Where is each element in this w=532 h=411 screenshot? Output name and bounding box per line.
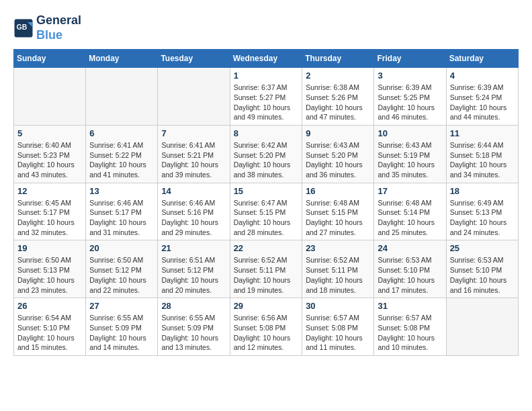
day-number: 22 (234, 243, 299, 253)
calendar-cell: 1 Sunrise: 6:37 AM Sunset: 5:27 PM Dayli… (230, 68, 302, 126)
weekday-header-row: SundayMondayTuesdayWednesdayThursdayFrid… (14, 50, 519, 68)
day-number: 23 (306, 243, 370, 253)
page-header: GB General Blue (13, 13, 519, 42)
day-info: Sunrise: 6:57 AM Sunset: 5:08 PM Dayligh… (306, 313, 370, 353)
day-number: 31 (378, 301, 442, 311)
day-info: Sunrise: 6:48 AM Sunset: 5:14 PM Dayligh… (378, 198, 442, 238)
calendar-cell: 29 Sunrise: 6:56 AM Sunset: 5:08 PM Dayl… (230, 298, 302, 356)
day-info: Sunrise: 6:49 AM Sunset: 5:13 PM Dayligh… (450, 198, 515, 238)
calendar-cell: 31 Sunrise: 6:57 AM Sunset: 5:08 PM Dayl… (374, 298, 446, 356)
day-number: 26 (17, 301, 82, 311)
day-info: Sunrise: 6:39 AM Sunset: 5:24 PM Dayligh… (450, 83, 515, 122)
svg-text:GB: GB (17, 22, 28, 30)
day-info: Sunrise: 6:54 AM Sunset: 5:10 PM Dayligh… (17, 313, 82, 353)
calendar-cell: 13 Sunrise: 6:46 AM Sunset: 5:17 PM Dayl… (86, 183, 158, 240)
day-info: Sunrise: 6:38 AM Sunset: 5:26 PM Dayligh… (306, 83, 370, 122)
day-number: 18 (450, 186, 515, 196)
day-number: 24 (378, 243, 442, 253)
day-info: Sunrise: 6:46 AM Sunset: 5:16 PM Dayligh… (161, 198, 226, 238)
day-info: Sunrise: 6:48 AM Sunset: 5:15 PM Dayligh… (306, 198, 370, 238)
day-info: Sunrise: 6:55 AM Sunset: 5:09 PM Dayligh… (161, 313, 226, 353)
day-number: 27 (89, 301, 154, 311)
day-number: 7 (161, 128, 226, 138)
day-number: 8 (234, 128, 299, 138)
day-info: Sunrise: 6:52 AM Sunset: 5:11 PM Dayligh… (306, 255, 370, 295)
day-number: 29 (234, 301, 299, 311)
calendar-cell: 24 Sunrise: 6:53 AM Sunset: 5:10 PM Dayl… (374, 240, 446, 298)
weekday-header-monday: Monday (86, 50, 158, 68)
calendar-cell: 10 Sunrise: 6:43 AM Sunset: 5:19 PM Dayl… (374, 125, 446, 183)
calendar-cell: 26 Sunrise: 6:54 AM Sunset: 5:10 PM Dayl… (14, 298, 86, 356)
calendar-cell (158, 68, 230, 126)
calendar-cell (14, 68, 86, 126)
day-number: 1 (234, 71, 299, 81)
day-info: Sunrise: 6:55 AM Sunset: 5:09 PM Dayligh… (89, 313, 154, 353)
calendar-cell: 28 Sunrise: 6:55 AM Sunset: 5:09 PM Dayl… (158, 298, 230, 356)
calendar-cell: 6 Sunrise: 6:41 AM Sunset: 5:22 PM Dayli… (86, 125, 158, 183)
calendar-cell: 23 Sunrise: 6:52 AM Sunset: 5:11 PM Dayl… (302, 240, 374, 298)
weekday-header-wednesday: Wednesday (230, 50, 302, 68)
calendar-cell: 30 Sunrise: 6:57 AM Sunset: 5:08 PM Dayl… (302, 298, 374, 356)
day-number: 15 (234, 186, 299, 196)
calendar-cell: 17 Sunrise: 6:48 AM Sunset: 5:14 PM Dayl… (374, 183, 446, 240)
calendar-cell: 11 Sunrise: 6:44 AM Sunset: 5:18 PM Dayl… (446, 125, 518, 183)
day-number: 10 (378, 128, 442, 138)
day-info: Sunrise: 6:42 AM Sunset: 5:20 PM Dayligh… (234, 140, 299, 180)
day-info: Sunrise: 6:47 AM Sunset: 5:15 PM Dayligh… (234, 198, 299, 238)
day-info: Sunrise: 6:53 AM Sunset: 5:10 PM Dayligh… (450, 255, 515, 295)
calendar-cell: 18 Sunrise: 6:49 AM Sunset: 5:13 PM Dayl… (446, 183, 518, 240)
calendar-cell: 7 Sunrise: 6:41 AM Sunset: 5:21 PM Dayli… (158, 125, 230, 183)
logo-line2: Blue (36, 28, 62, 42)
day-number: 30 (306, 301, 370, 311)
calendar-cell: 14 Sunrise: 6:46 AM Sunset: 5:16 PM Dayl… (158, 183, 230, 240)
day-number: 28 (161, 301, 226, 311)
day-number: 3 (378, 71, 442, 81)
day-number: 14 (161, 186, 226, 196)
logo-icon: GB (13, 18, 34, 38)
day-info: Sunrise: 6:53 AM Sunset: 5:10 PM Dayligh… (378, 255, 442, 295)
calendar-cell: 20 Sunrise: 6:50 AM Sunset: 5:12 PM Dayl… (86, 240, 158, 298)
calendar-cell: 22 Sunrise: 6:52 AM Sunset: 5:11 PM Dayl… (230, 240, 302, 298)
week-row-4: 19 Sunrise: 6:50 AM Sunset: 5:13 PM Dayl… (14, 240, 519, 298)
weekday-header-tuesday: Tuesday (158, 50, 230, 68)
day-info: Sunrise: 6:52 AM Sunset: 5:11 PM Dayligh… (234, 255, 299, 295)
day-number: 25 (450, 243, 515, 253)
day-number: 17 (378, 186, 442, 196)
calendar-cell: 19 Sunrise: 6:50 AM Sunset: 5:13 PM Dayl… (14, 240, 86, 298)
day-info: Sunrise: 6:43 AM Sunset: 5:19 PM Dayligh… (378, 140, 442, 180)
calendar-cell: 2 Sunrise: 6:38 AM Sunset: 5:26 PM Dayli… (302, 68, 374, 126)
calendar-cell: 5 Sunrise: 6:40 AM Sunset: 5:23 PM Dayli… (14, 125, 86, 183)
day-info: Sunrise: 6:51 AM Sunset: 5:12 PM Dayligh… (161, 255, 226, 295)
day-info: Sunrise: 6:41 AM Sunset: 5:21 PM Dayligh… (161, 140, 226, 180)
day-number: 21 (161, 243, 226, 253)
logo: GB General Blue (13, 13, 81, 42)
day-info: Sunrise: 6:46 AM Sunset: 5:17 PM Dayligh… (89, 198, 154, 238)
logo-text: General Blue (36, 13, 81, 42)
day-info: Sunrise: 6:45 AM Sunset: 5:17 PM Dayligh… (17, 198, 82, 238)
week-row-5: 26 Sunrise: 6:54 AM Sunset: 5:10 PM Dayl… (14, 298, 519, 356)
day-number: 12 (17, 186, 82, 196)
day-info: Sunrise: 6:39 AM Sunset: 5:25 PM Dayligh… (378, 83, 442, 122)
calendar-cell: 15 Sunrise: 6:47 AM Sunset: 5:15 PM Dayl… (230, 183, 302, 240)
day-number: 20 (89, 243, 154, 253)
calendar-cell (446, 298, 518, 356)
day-number: 2 (306, 71, 370, 81)
day-info: Sunrise: 6:40 AM Sunset: 5:23 PM Dayligh… (17, 140, 82, 180)
day-number: 5 (17, 128, 82, 138)
calendar-cell: 3 Sunrise: 6:39 AM Sunset: 5:25 PM Dayli… (374, 68, 446, 126)
day-info: Sunrise: 6:44 AM Sunset: 5:18 PM Dayligh… (450, 140, 515, 180)
day-number: 11 (450, 128, 515, 138)
week-row-2: 5 Sunrise: 6:40 AM Sunset: 5:23 PM Dayli… (14, 125, 519, 183)
calendar-cell: 25 Sunrise: 6:53 AM Sunset: 5:10 PM Dayl… (446, 240, 518, 298)
calendar-cell: 16 Sunrise: 6:48 AM Sunset: 5:15 PM Dayl… (302, 183, 374, 240)
weekday-header-friday: Friday (374, 50, 446, 68)
week-row-1: 1 Sunrise: 6:37 AM Sunset: 5:27 PM Dayli… (14, 68, 519, 126)
day-info: Sunrise: 6:56 AM Sunset: 5:08 PM Dayligh… (234, 313, 299, 353)
day-number: 16 (306, 186, 370, 196)
week-row-3: 12 Sunrise: 6:45 AM Sunset: 5:17 PM Dayl… (14, 183, 519, 240)
day-number: 19 (17, 243, 82, 253)
day-info: Sunrise: 6:57 AM Sunset: 5:08 PM Dayligh… (378, 313, 442, 353)
day-info: Sunrise: 6:50 AM Sunset: 5:12 PM Dayligh… (89, 255, 154, 295)
calendar-cell: 21 Sunrise: 6:51 AM Sunset: 5:12 PM Dayl… (158, 240, 230, 298)
calendar-cell (86, 68, 158, 126)
